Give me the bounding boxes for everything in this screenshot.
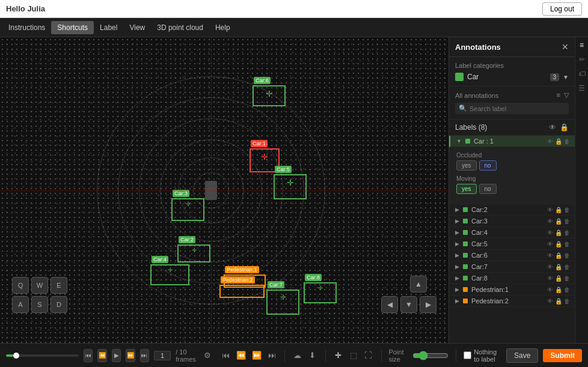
label-item-car3[interactable]: ▶ Car:3 👁 🔒 🗑: [449, 216, 575, 227]
annotations-filter-icon[interactable]: ▽: [564, 91, 569, 99]
car3-visibility-icon[interactable]: 👁: [547, 218, 553, 225]
car4-delete-icon[interactable]: 🗑: [564, 229, 570, 236]
label-item-car8[interactable]: ▶ Car:8 👁 🔒 🗑: [449, 273, 575, 284]
panel-edit-icon[interactable]: ✏: [579, 55, 585, 64]
nav-left-button[interactable]: ◀: [381, 296, 398, 313]
playback-play-button[interactable]: ▶: [112, 349, 121, 362]
car6-delete-icon[interactable]: 🗑: [564, 252, 570, 259]
submit-button[interactable]: Submit: [543, 349, 582, 362]
car3-lock-icon[interactable]: 🔒: [555, 218, 562, 225]
annotations-sort-icon[interactable]: ≡: [557, 91, 560, 99]
category-dropdown-button[interactable]: ▼: [563, 74, 569, 80]
annotation-car6[interactable]: Car:6 ✛: [253, 85, 286, 106]
key-a[interactable]: A: [12, 296, 29, 313]
label-item-ped1[interactable]: ▶ Pedestrian:1 👁 🔒 🗑: [449, 284, 575, 296]
ped2-lock-icon[interactable]: 🔒: [555, 298, 562, 305]
car2-lock-icon[interactable]: 🔒: [555, 207, 562, 213]
settings-icon[interactable]: ⚙: [204, 351, 211, 360]
label-item-car5[interactable]: ▶ Car:5 👁 🔒 🗑: [449, 238, 575, 250]
car8-delete-icon[interactable]: 🗑: [564, 275, 570, 282]
tool-download[interactable]: ⬇: [307, 348, 317, 363]
car7-lock-icon[interactable]: 🔒: [555, 264, 562, 270]
key-d[interactable]: D: [51, 296, 67, 313]
label-item-ped2[interactable]: ▶ Pedestrian:2 👁 🔒 🗑: [449, 296, 575, 307]
playback-prev-button[interactable]: ⏪: [97, 349, 106, 362]
key-e[interactable]: E: [51, 277, 67, 294]
tool-fullscreen[interactable]: ⛶: [363, 348, 373, 363]
annotation-car2[interactable]: Car:2 ✛: [177, 244, 210, 262]
car3-delete-icon[interactable]: 🗑: [564, 218, 570, 225]
tool-skip-end[interactable]: ⏭: [267, 348, 277, 363]
tool-skip-start[interactable]: ⏮: [221, 348, 231, 363]
occluded-yes-button[interactable]: yes: [456, 160, 477, 171]
car1-visibility-icon[interactable]: 👁: [547, 138, 553, 145]
annotation-car7[interactable]: Car:7 ✛: [266, 290, 299, 315]
label-item-car7[interactable]: ▶ Car:7 👁 🔒 🗑: [449, 261, 575, 273]
car7-delete-icon[interactable]: 🗑: [564, 264, 570, 270]
canvas-area[interactable]: Car:6 ✛ Car:1 ✛ Car:3 ✛ Car:5 ✛ Car:2 ✛ …: [0, 37, 449, 343]
key-q[interactable]: Q: [12, 277, 29, 294]
tool-box[interactable]: ⬚: [348, 348, 358, 363]
tool-cloud[interactable]: ☁: [292, 348, 302, 363]
menu-view[interactable]: View: [123, 21, 151, 34]
ped2-visibility-icon[interactable]: 👁: [547, 298, 553, 305]
logout-button[interactable]: Log out: [542, 2, 582, 16]
car2-delete-icon[interactable]: 🗑: [564, 207, 570, 213]
ped1-lock-icon[interactable]: 🔒: [555, 287, 562, 293]
tool-skip-prev[interactable]: ⏪: [236, 348, 247, 363]
labels-lock-icon[interactable]: 🔒: [560, 123, 569, 132]
car2-visibility-icon[interactable]: 👁: [547, 207, 553, 213]
point-size-slider[interactable]: [412, 351, 449, 360]
moving-yes-button[interactable]: yes: [456, 184, 477, 194]
ped1-visibility-icon[interactable]: 👁: [547, 287, 553, 293]
annotation-car8[interactable]: Car:8 ✛: [304, 282, 337, 303]
save-button[interactable]: Save: [506, 348, 538, 363]
menu-help[interactable]: Help: [209, 21, 236, 34]
tool-crosshair[interactable]: ✛: [332, 348, 343, 363]
car6-visibility-icon[interactable]: 👁: [547, 252, 553, 259]
key-s[interactable]: S: [31, 296, 48, 313]
car5-lock-icon[interactable]: 🔒: [555, 241, 562, 247]
annotation-car3[interactable]: Car:3 ✛: [171, 198, 204, 221]
playback-next-button[interactable]: ⏩: [126, 349, 135, 362]
menu-instructions[interactable]: Instructions: [2, 21, 51, 34]
car5-delete-icon[interactable]: 🗑: [564, 241, 570, 247]
progress-track[interactable]: [6, 354, 79, 357]
labels-visibility-icon[interactable]: 👁: [549, 123, 556, 132]
panel-list-icon[interactable]: ≡: [580, 41, 584, 49]
label-item-car6[interactable]: ▶ Car:6 👁 🔒 🗑: [449, 250, 575, 261]
moving-no-button[interactable]: no: [479, 184, 497, 194]
annotation-car5[interactable]: Car:5 ✛: [274, 174, 307, 199]
tool-skip-next[interactable]: ⏩: [251, 348, 262, 363]
playback-end-button[interactable]: ⏭: [140, 349, 149, 362]
label-item-car4[interactable]: ▶ Car:4 👁 🔒 🗑: [449, 227, 575, 238]
progress-thumb[interactable]: [13, 353, 19, 359]
nav-right-button[interactable]: ▶: [420, 296, 436, 313]
menu-shortcuts[interactable]: Shortcuts: [51, 21, 94, 34]
menu-label[interactable]: Label: [94, 21, 123, 34]
nothing-to-label-checkbox[interactable]: [464, 351, 471, 359]
frame-input[interactable]: 1: [154, 351, 171, 360]
car7-visibility-icon[interactable]: 👁: [547, 264, 553, 270]
annotation-ped2[interactable]: Pedestrian:2: [219, 285, 265, 298]
car4-visibility-icon[interactable]: 👁: [547, 229, 553, 236]
ped2-delete-icon[interactable]: 🗑: [564, 298, 570, 305]
playback-start-button[interactable]: ⏮: [84, 349, 93, 362]
car5-visibility-icon[interactable]: 👁: [547, 241, 553, 247]
nav-down-button[interactable]: ▼: [400, 296, 417, 313]
annotation-car4[interactable]: Car:4 ✛: [150, 264, 189, 285]
car6-lock-icon[interactable]: 🔒: [555, 252, 562, 259]
nav-up-button[interactable]: ▲: [410, 276, 427, 293]
search-input[interactable]: [470, 105, 565, 112]
car4-lock-icon[interactable]: 🔒: [555, 229, 562, 236]
panel-tag-icon[interactable]: 🏷: [578, 70, 586, 78]
occluded-no-button[interactable]: no: [479, 160, 497, 171]
panel-menu-icon[interactable]: ☰: [578, 84, 585, 93]
label-item-car1[interactable]: ▼ Car : 1 👁 🔒 🗑: [449, 136, 575, 147]
ped1-delete-icon[interactable]: 🗑: [564, 287, 570, 293]
key-w[interactable]: W: [31, 277, 48, 294]
menu-3d-point-cloud[interactable]: 3D point cloud: [151, 21, 209, 34]
car8-visibility-icon[interactable]: 👁: [547, 275, 553, 282]
car8-lock-icon[interactable]: 🔒: [555, 275, 562, 282]
panel-close-button[interactable]: ✕: [562, 42, 569, 52]
